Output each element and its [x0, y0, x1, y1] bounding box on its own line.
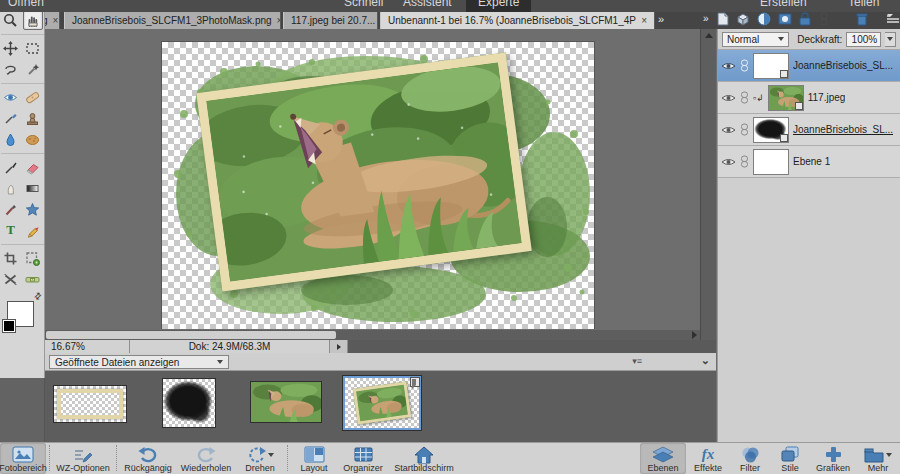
background-color-swatch[interactable] — [3, 320, 15, 332]
undo-button[interactable]: Rückgängig — [120, 443, 176, 474]
close-icon[interactable]: × — [53, 15, 59, 26]
recompose-tool[interactable] — [1, 269, 21, 289]
lasso-tool[interactable] — [1, 59, 21, 79]
bin-thumb-mask-png[interactable] — [162, 378, 216, 428]
organizer-button[interactable]: Organizer — [337, 443, 389, 474]
open-button[interactable]: Öffnen — [8, 0, 44, 11]
marquee-tool[interactable] — [23, 38, 43, 58]
close-icon[interactable]: × — [277, 15, 281, 26]
layer-name[interactable]: Ebene 1 — [793, 156, 830, 167]
pencil-tool[interactable] — [23, 220, 43, 240]
link-icon[interactable] — [740, 123, 749, 136]
layer-thumbnail[interactable] — [753, 53, 789, 79]
move-tool[interactable] — [1, 38, 21, 58]
adjustment-layer-icon[interactable] — [757, 11, 771, 26]
layer-row-frame[interactable]: JoanneBrisebois_SL... — [718, 50, 900, 82]
zoom-tool[interactable] — [1, 10, 21, 30]
layers-button[interactable]: Ebenen — [640, 443, 686, 474]
vertical-scrollbar[interactable] — [700, 29, 716, 353]
document-canvas[interactable] — [162, 42, 594, 329]
bin-filter-dropdown[interactable]: Geöffnete Dateien anzeigen — [49, 355, 229, 369]
bin-thumb-composite[interactable] — [343, 376, 421, 430]
styles-button[interactable]: Stile — [770, 443, 810, 474]
spot-healing-tool[interactable] — [23, 87, 43, 107]
mode-tab-expert[interactable]: Experte — [466, 0, 531, 12]
tab-photomask-png[interactable]: JoanneBrisebois_SLCFM1_3PhotoMask.png × — [64, 12, 281, 29]
link-layers-icon[interactable] — [818, 11, 830, 26]
mode-tab-guided[interactable]: Assistent — [403, 0, 452, 11]
visibility-eye-icon[interactable] — [721, 125, 736, 135]
crop-tool[interactable] — [1, 248, 21, 268]
straighten-tool[interactable] — [23, 269, 43, 289]
opacity-value[interactable]: 100% — [846, 32, 881, 47]
visibility-eye-icon[interactable] — [721, 61, 736, 71]
gradient-tool[interactable] — [23, 178, 43, 198]
filter-button[interactable]: Filter — [730, 443, 770, 474]
panel-menu-icon[interactable] — [886, 11, 900, 26]
layer-row-mask[interactable]: JoanneBrisebois_SL... — [718, 114, 900, 146]
visibility-eye-icon[interactable] — [721, 93, 736, 103]
cookie-cutter-tool[interactable] — [23, 248, 43, 268]
new-group-icon[interactable] — [736, 11, 750, 26]
doc-size[interactable]: Dok: 24.9M/68.3M — [130, 340, 330, 353]
brush-tool[interactable] — [1, 157, 21, 177]
layer-name[interactable]: JoanneBrisebois_SL... — [793, 60, 893, 71]
status-expand-button[interactable] — [330, 340, 348, 353]
clone-stamp-tool[interactable] — [23, 108, 43, 128]
visibility-eye-icon[interactable] — [721, 157, 736, 167]
smudge-tool[interactable] — [1, 178, 21, 198]
eyedropper-tool[interactable] — [1, 199, 21, 219]
layer-thumbnail[interactable] — [768, 85, 804, 111]
delete-layer-icon[interactable] — [856, 11, 868, 26]
horizontal-scrollbar[interactable] — [45, 330, 700, 340]
scroll-right-icon[interactable] — [692, 331, 697, 339]
type-tool[interactable]: T — [1, 220, 21, 240]
collapse-panel-icon[interactable]: » — [703, 13, 707, 24]
layer-name[interactable]: JoanneBrisebois_SL... — [793, 124, 893, 135]
scroll-up-icon[interactable] — [705, 33, 713, 38]
tool-options-button[interactable]: WZ-Optionen — [53, 443, 113, 474]
layer-mask-icon[interactable] — [778, 11, 792, 26]
tab-unbenannt-1[interactable]: Unbenannt-1 bei 16.7% (JoanneBrisebois_S… — [380, 12, 655, 29]
tab-117-jpeg[interactable]: 117.jpeg bei 20.7... × — [283, 12, 378, 29]
link-icon[interactable] — [740, 59, 749, 72]
bin-thumb-frame-png[interactable] — [53, 385, 127, 423]
canvas-area[interactable] — [45, 29, 700, 329]
layer-row-117-jpeg[interactable]: ↳▫ 117.jpeg — [718, 82, 900, 114]
red-eye-tool[interactable] — [1, 87, 21, 107]
rotate-button[interactable]: Drehen — [236, 443, 284, 474]
link-icon[interactable] — [740, 155, 749, 168]
blend-mode-dropdown[interactable]: Normal — [722, 32, 789, 47]
mode-tab-quick[interactable]: Schnell — [344, 0, 383, 11]
photo-bin-button[interactable]: Fotobereich — [0, 443, 46, 474]
layout-button[interactable]: Layout — [291, 443, 337, 474]
hand-tool[interactable] — [23, 10, 43, 30]
redo-button[interactable]: Wiederholen — [176, 443, 236, 474]
bin-thumb-117-jpeg[interactable] — [250, 381, 322, 423]
lock-icon[interactable] — [799, 11, 811, 26]
effects-button[interactable]: fx Effekte — [686, 443, 730, 474]
tab-overflow-icon[interactable]: » — [658, 13, 662, 25]
link-icon[interactable] — [740, 91, 749, 104]
new-layer-icon[interactable] — [716, 11, 729, 26]
smart-brush-tool[interactable] — [1, 108, 21, 128]
layer-name[interactable]: 117.jpeg — [808, 92, 846, 103]
quick-selection-tool[interactable] — [23, 59, 43, 79]
blur-tool[interactable] — [1, 129, 21, 149]
bin-menu-icon[interactable]: ▾≡ — [632, 356, 642, 366]
more-button[interactable]: Mehr — [856, 443, 900, 474]
color-swatches[interactable]: ⇄ — [2, 293, 42, 333]
graphics-button[interactable]: Grafiken — [810, 443, 856, 474]
sponge-tool[interactable] — [23, 129, 43, 149]
layer-thumbnail[interactable] — [753, 117, 789, 143]
layer-thumbnail[interactable] — [753, 149, 789, 175]
opacity-dropdown[interactable] — [885, 32, 896, 47]
eraser-tool[interactable] — [23, 157, 43, 177]
close-icon[interactable]: × — [641, 15, 647, 26]
layer-row-ebene-1[interactable]: Ebene 1 — [718, 146, 900, 178]
home-screen-button[interactable]: Startbildschirm — [389, 443, 459, 474]
bin-collapse-icon[interactable]: ⌄ — [701, 354, 710, 367]
scrollbar-thumb[interactable] — [46, 331, 336, 339]
zoom-level[interactable]: 16.67% — [45, 340, 130, 353]
shape-tool[interactable] — [23, 199, 43, 219]
